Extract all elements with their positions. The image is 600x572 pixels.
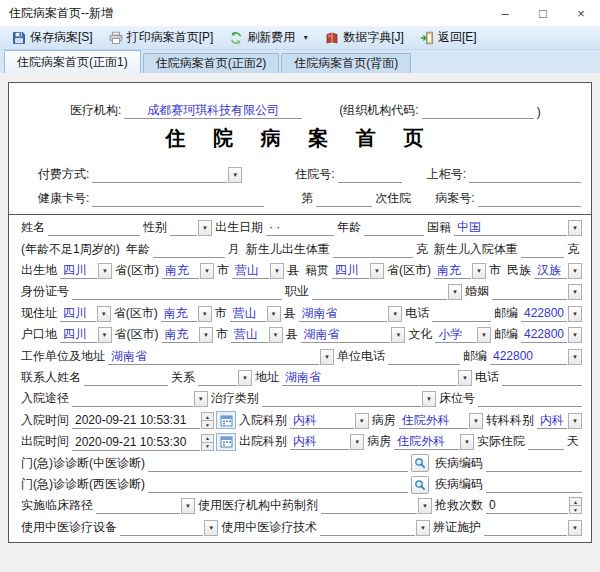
datetime-value-area[interactable]: 2020-09-21 10:53:31 — [72, 412, 200, 429]
dropdown-arrow-icon[interactable]: ▼ — [422, 391, 436, 407]
pay-method-combo[interactable]: ▼ — [92, 166, 242, 183]
dropdown-arrow-icon[interactable]: ▼ — [568, 263, 582, 279]
dropdown-arrow-icon[interactable]: ▼ — [181, 498, 195, 514]
tcm-diagnosis-input[interactable] — [148, 455, 408, 472]
education-combo[interactable]: 小学▼ — [435, 326, 490, 343]
western-diagnosis-search-button[interactable] — [411, 476, 429, 494]
infant-age-months-input[interactable] — [153, 241, 225, 258]
current-detail-combo[interactable]: 湖南省▼ — [299, 305, 403, 322]
workplace-combo[interactable]: 湖南省▼ — [108, 348, 334, 365]
dropdown-arrow-icon[interactable]: ▼ — [98, 327, 112, 343]
dropdown-arrow-icon[interactable]: ▼ — [568, 306, 582, 322]
close-button[interactable]: × — [562, 0, 600, 26]
health-card-input[interactable] — [92, 190, 264, 207]
transfer-dept-combo[interactable]: 内科▼ — [537, 412, 582, 429]
calendar-button[interactable] — [216, 411, 236, 429]
native-place-city-combo[interactable]: 南充▼ — [434, 262, 486, 279]
toolbar-button-print[interactable]: 打印病案首页[P] — [101, 27, 222, 48]
tcm-equipment-combo[interactable]: ▼ — [120, 519, 218, 536]
dropdown-arrow-icon[interactable]: ▼ — [199, 327, 213, 343]
bed-no-input[interactable] — [478, 390, 582, 407]
id-number-input[interactable] — [72, 283, 282, 300]
discharge-dept-combo[interactable]: 内科▼ — [290, 433, 364, 450]
gender-combo[interactable]: ▼ — [170, 219, 212, 236]
syndrome-nursing-combo[interactable]: ▼ — [484, 519, 582, 536]
nationality-combo[interactable]: 中国▼ — [454, 219, 582, 236]
registered-county-combo[interactable]: 营山▼ — [231, 326, 283, 343]
actual-stay-days-input[interactable] — [528, 433, 564, 450]
contact-name-input[interactable] — [84, 369, 168, 386]
admission-ward-combo[interactable]: 住院外科▼ — [399, 412, 483, 429]
birthdate-input[interactable]: · · — [266, 219, 334, 236]
spin-down-icon[interactable]: ▼ — [569, 506, 582, 514]
toolbar-button-dictionary[interactable]: 数据字典[J] — [317, 27, 412, 48]
dropdown-arrow-icon[interactable]: ▼ — [568, 220, 582, 236]
dropdown-arrow-icon[interactable]: ▼ — [388, 306, 402, 322]
tcm-preparation-combo[interactable]: ▼ — [321, 497, 432, 514]
spinner[interactable]: ▲▼ — [201, 412, 214, 429]
datetime-value-area[interactable]: 2020-09-21 10:53:30 — [72, 434, 200, 451]
dropdown-arrow-icon[interactable]: ▼ — [238, 370, 252, 386]
registered-detail-combo[interactable]: 湖南省▼ — [301, 326, 406, 343]
registered-postcode-combo[interactable]: 422800▼ — [521, 326, 582, 343]
work-postcode-combo[interactable]: 422800▼ — [490, 348, 582, 365]
admission-no-input[interactable] — [338, 166, 402, 183]
occupation-combo[interactable]: ▼ — [312, 283, 462, 300]
discharge-ward-combo[interactable]: 住院外科▼ — [394, 433, 474, 450]
dropdown-arrow-icon[interactable]: ▼ — [228, 167, 242, 183]
current-postcode-combo[interactable]: 422800▼ — [521, 305, 582, 322]
tcm-diagnosis-search-button[interactable] — [411, 454, 429, 472]
spin-up-icon[interactable]: ▲ — [201, 412, 214, 421]
spin-up-icon[interactable]: ▲ — [569, 497, 582, 506]
dropdown-arrow-icon[interactable]: ▼ — [568, 327, 582, 343]
birthplace-county-combo[interactable]: 营山▼ — [232, 262, 284, 279]
current-city-combo[interactable]: 南充▼ — [161, 305, 212, 322]
dropdown-arrow-icon[interactable]: ▼ — [568, 349, 582, 365]
dropdown-arrow-icon[interactable]: ▼ — [469, 413, 483, 429]
dropdown-arrow-icon[interactable]: ▼ — [568, 284, 582, 300]
name-input[interactable] — [48, 219, 140, 236]
dropdown-arrow-icon[interactable]: ▼ — [320, 349, 334, 365]
discharge-time-datetime[interactable]: 2020-09-21 10:53:30▲▼ — [72, 433, 236, 451]
phone-input[interactable] — [432, 305, 491, 322]
dropdown-arrow-icon[interactable]: ▼ — [458, 370, 472, 386]
treatment-type-combo[interactable]: ▼ — [262, 390, 436, 407]
cabinet-no-input[interactable] — [469, 166, 581, 183]
dropdown-arrow-icon[interactable]: ▼ — [269, 327, 283, 343]
tcm-disease-code-input[interactable] — [486, 455, 582, 472]
dropdown-arrow-icon[interactable]: ▼ — [97, 306, 111, 322]
spin-up-icon[interactable]: ▲ — [201, 434, 214, 443]
rescue-count-spinner[interactable]: 0▲▼ — [486, 497, 582, 514]
newborn-birth-weight-input[interactable] — [333, 241, 413, 258]
dropdown-arrow-icon[interactable]: ▼ — [267, 306, 281, 322]
dropdown-arrow-icon[interactable]: ▼ — [270, 263, 284, 279]
tab-front2[interactable]: 住院病案首页(正面2) — [143, 53, 280, 73]
toolbar-button-return[interactable]: 返回[E] — [412, 27, 485, 48]
native-place-province-combo[interactable]: 四川▼ — [332, 262, 384, 279]
dropdown-arrow-icon[interactable]: ▼ — [200, 263, 214, 279]
admission-route-combo[interactable]: ▼ — [72, 390, 208, 407]
dropdown-arrow-icon[interactable]: ▼ — [204, 520, 218, 536]
registered-province-combo[interactable]: 四川▼ — [60, 326, 112, 343]
newborn-admission-weight-input[interactable] — [521, 241, 564, 258]
dropdown-arrow-icon[interactable]: ▼ — [391, 327, 405, 343]
dropdown-arrow-icon[interactable]: ▼ — [198, 306, 212, 322]
dropdown-arrow-icon[interactable]: ▼ — [198, 220, 212, 236]
dropdown-arrow-icon[interactable]: ▼ — [98, 263, 112, 279]
relation-combo[interactable]: ▼ — [198, 369, 252, 386]
spinner[interactable]: ▲▼ — [201, 434, 214, 451]
dropdown-arrow-icon[interactable]: ▼ — [416, 520, 430, 536]
western-disease-code-input[interactable] — [486, 476, 582, 493]
marriage-combo[interactable]: ▼ — [492, 283, 582, 300]
current-province-combo[interactable]: 四川▼ — [60, 305, 111, 322]
ethnicity-combo[interactable]: 汉族▼ — [534, 262, 582, 279]
dropdown-arrow-icon[interactable]: ▼ — [448, 284, 462, 300]
calendar-button[interactable] — [216, 433, 236, 451]
tcm-technique-combo[interactable]: ▼ — [320, 519, 430, 536]
age-input[interactable] — [364, 219, 424, 236]
admission-time-datetime[interactable]: 2020-09-21 10:53:31▲▼ — [72, 411, 236, 429]
western-diagnosis-input[interactable] — [148, 476, 408, 493]
dropdown-arrow-icon[interactable]: ▼ — [568, 413, 582, 429]
tab-back[interactable]: 住院病案首页(背面) — [281, 53, 411, 73]
contact-phone-input[interactable] — [502, 369, 582, 386]
